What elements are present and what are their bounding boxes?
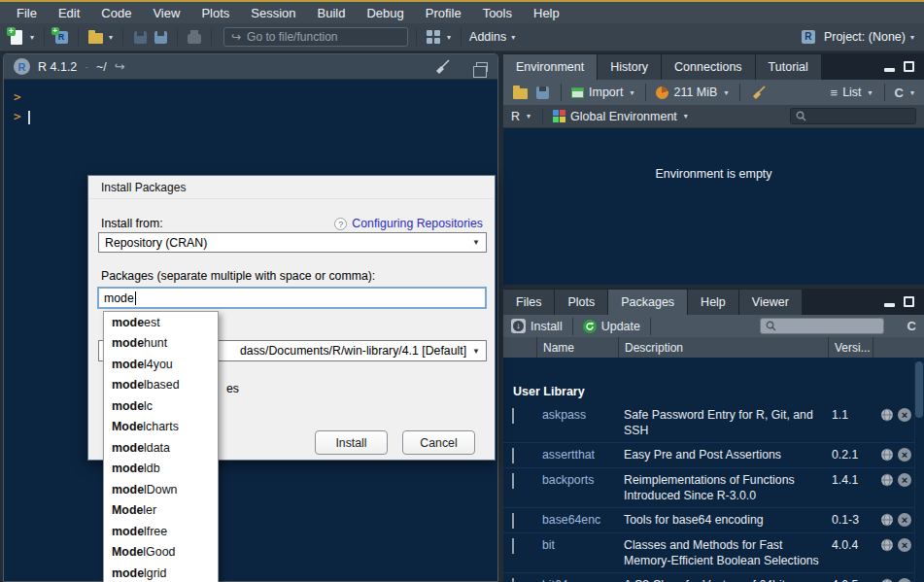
menu-edit[interactable]: Edit [48, 6, 90, 20]
install-button[interactable]: Install [315, 430, 388, 455]
remove-package-icon[interactable]: × [898, 513, 911, 527]
menu-view[interactable]: View [142, 6, 190, 20]
package-checkbox[interactable] [512, 578, 514, 582]
package-checkbox[interactable] [512, 513, 514, 529]
package-row-backports[interactable]: backports Reimplementations of Functions… [503, 468, 914, 508]
save-all-icon[interactable] [152, 28, 169, 46]
save-workspace-icon[interactable] [533, 84, 551, 101]
addins-button[interactable]: Addins [469, 30, 506, 44]
save-icon[interactable] [131, 28, 149, 46]
menu-tools[interactable]: Tools [472, 6, 523, 20]
menu-help[interactable]: Help [523, 6, 570, 20]
package-name-link[interactable]: bit64 [536, 577, 618, 582]
package-row-assertthat[interactable]: assertthat Easy Pre and Post Assertions … [503, 443, 914, 468]
package-name-link[interactable]: backports [536, 472, 618, 488]
open-file-caret-icon[interactable]: ▾ [107, 33, 115, 42]
list-view-button[interactable]: List [842, 86, 861, 99]
maximize-pane-icon[interactable] [904, 296, 914, 307]
browse-package-globe-icon[interactable] [880, 538, 894, 552]
maximize-pane-icon[interactable] [904, 61, 914, 72]
install-packages-button[interactable]: Install [530, 320, 563, 333]
import-dataset-button[interactable]: Import [589, 86, 623, 99]
autocomplete-item[interactable]: model4you [104, 354, 218, 375]
description-column-header[interactable]: Description [618, 337, 828, 358]
menu-build[interactable]: Build [307, 6, 357, 20]
package-name-link[interactable]: base64enc [536, 512, 618, 528]
new-project-icon[interactable]: R+ [52, 28, 70, 46]
browse-package-globe-icon[interactable] [880, 448, 894, 462]
autocomplete-item[interactable]: ModelGood [104, 542, 218, 564]
install-dependencies-label-partial[interactable]: es [226, 382, 239, 395]
import-caret-icon[interactable]: ▾ [628, 88, 635, 97]
autocomplete-item[interactable]: modelDown [104, 479, 218, 500]
remove-package-icon[interactable]: × [898, 448, 911, 462]
menu-debug[interactable]: Debug [356, 6, 414, 20]
menu-code[interactable]: Code [90, 6, 142, 20]
remove-package-icon[interactable]: × [898, 538, 911, 552]
packages-input[interactable]: mode [97, 287, 487, 309]
browse-package-globe-icon[interactable] [880, 473, 894, 487]
environment-search-input[interactable] [810, 111, 910, 122]
print-icon[interactable] [186, 28, 203, 46]
tab-history[interactable]: History [598, 54, 661, 80]
load-workspace-icon[interactable] [511, 84, 529, 101]
tab-help[interactable]: Help [688, 290, 738, 315]
name-column-header[interactable]: Name [536, 337, 618, 358]
package-row-bit64[interactable]: bit64 A S3 Class for Vectors of 64bit 4.… [503, 573, 914, 582]
refresh-environment-icon[interactable]: C [895, 86, 904, 100]
tab-environment[interactable]: Environment [503, 54, 597, 80]
memory-caret-icon[interactable]: ▾ [722, 88, 730, 97]
autocomplete-item[interactable]: Modelcharts [104, 417, 218, 438]
scope-caret-icon[interactable]: ▾ [682, 112, 690, 120]
autocomplete-item[interactable]: modeldb [104, 459, 218, 480]
remove-package-icon[interactable]: × [898, 578, 911, 582]
show-directory-arrow-icon[interactable]: ↪ [115, 59, 125, 74]
autocomplete-item[interactable]: modelfree [104, 521, 218, 542]
package-row-base64enc[interactable]: base64enc Tools for base64 encoding 0.1-… [503, 508, 914, 533]
project-caret-icon[interactable]: ▾ [908, 33, 916, 42]
packages-search-box[interactable] [760, 318, 884, 334]
open-file-icon[interactable] [86, 28, 104, 46]
remove-package-icon[interactable]: × [898, 408, 911, 422]
scrollbar-thumb[interactable] [915, 361, 923, 418]
browse-package-globe-icon[interactable] [880, 513, 894, 527]
tab-plots[interactable]: Plots [555, 290, 607, 315]
menu-profile[interactable]: Profile [415, 6, 472, 20]
version-column-header[interactable]: Versi... [828, 337, 873, 358]
cancel-button[interactable]: Cancel [402, 430, 475, 455]
menu-plots[interactable]: Plots [190, 6, 240, 20]
addins-caret-icon[interactable]: ▾ [509, 33, 517, 42]
tab-tutorial[interactable]: Tutorial [756, 54, 821, 80]
browse-package-globe-icon[interactable] [880, 578, 894, 582]
clear-environment-broom-icon[interactable] [750, 86, 767, 100]
package-checkbox[interactable] [512, 408, 514, 424]
autocomplete-item[interactable]: Modeler [104, 500, 218, 522]
tab-viewer[interactable]: Viewer [739, 290, 802, 315]
goto-file-input[interactable] [247, 30, 400, 44]
package-checkbox[interactable] [512, 448, 514, 463]
menu-file[interactable]: File [6, 6, 48, 20]
maximize-console-icon[interactable] [476, 62, 488, 72]
autocomplete-item[interactable]: modelbased [104, 375, 218, 396]
project-selector[interactable]: Project: (None) [824, 30, 906, 44]
language-selector[interactable]: R [511, 110, 520, 123]
packages-scrollbar[interactable] [914, 358, 924, 582]
clear-console-broom-icon[interactable] [433, 59, 451, 75]
refresh-packages-icon[interactable]: C [907, 319, 916, 333]
autocomplete-item[interactable]: modeldata [104, 437, 218, 459]
minimize-pane-icon[interactable] [884, 68, 895, 72]
pane-layout-caret-icon[interactable]: ▾ [445, 33, 453, 42]
browse-package-globe-icon[interactable] [880, 408, 894, 422]
console-output[interactable]: > > [4, 80, 497, 134]
repository-select[interactable]: Repository (CRAN) ▼ [98, 232, 487, 253]
package-checkbox[interactable] [512, 538, 514, 554]
environment-search-box[interactable] [790, 108, 916, 124]
memory-usage-button[interactable]: 211 MiB [673, 86, 717, 99]
tab-connections[interactable]: Connections [662, 54, 755, 80]
new-file-caret-icon[interactable]: ▾ [28, 33, 36, 42]
console-working-directory[interactable]: ~/ [96, 60, 107, 74]
autocomplete-item[interactable]: modehunt [104, 333, 218, 355]
pane-layout-icon[interactable] [425, 28, 442, 46]
package-name-link[interactable]: assertthat [536, 447, 618, 462]
menu-session[interactable]: Session [240, 6, 306, 20]
